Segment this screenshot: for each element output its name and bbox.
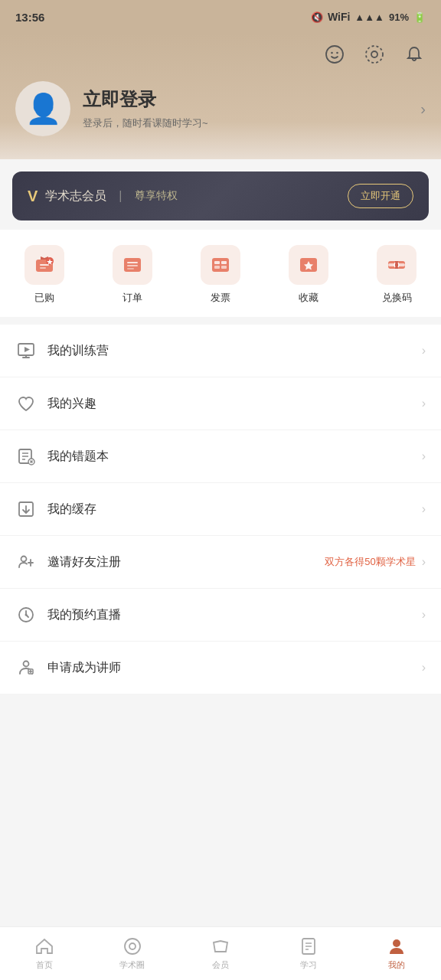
- menu-apply-arrow: ›: [422, 661, 426, 675]
- home-icon: [34, 936, 54, 956]
- svg-point-45: [24, 662, 29, 667]
- menu-cache[interactable]: 我的缓存 ›: [0, 483, 441, 536]
- action-favorites-label: 收藏: [299, 291, 318, 305]
- profile-info: 立即登录 登录后，随时看课随时学习~: [83, 87, 408, 130]
- nav-study[interactable]: 学习: [265, 927, 353, 980]
- nav-study-label: 学习: [300, 959, 317, 971]
- svg-point-37: [21, 557, 27, 562]
- svg-rect-15: [212, 258, 229, 272]
- nav-vip-label: 会员: [212, 959, 229, 971]
- invite-icon: [15, 551, 37, 573]
- header-icons: [15, 43, 426, 66]
- apply-icon: [15, 657, 37, 678]
- svg-rect-17: [221, 261, 227, 264]
- menu-interests[interactable]: 我的兴趣 ›: [0, 377, 441, 430]
- action-orders[interactable]: 订单: [88, 245, 176, 305]
- svg-marker-26: [24, 347, 30, 352]
- menu-training[interactable]: 我的训练营 ›: [0, 325, 441, 377]
- menu-mistakes-arrow: ›: [422, 449, 426, 463]
- action-purchased-label: 已购: [34, 291, 54, 305]
- svg-rect-19: [221, 266, 227, 269]
- menu-invite-extra: 双方各得50颗学术星: [325, 555, 415, 569]
- svg-point-3: [371, 51, 377, 57]
- nav-home-label: 首页: [36, 959, 53, 971]
- vip-activate-button[interactable]: 立即开通: [348, 184, 413, 208]
- signal-icon: ▲▲▲: [354, 11, 384, 23]
- svg-rect-8: [40, 267, 46, 269]
- menu-cache-label: 我的缓存: [47, 501, 422, 518]
- menu-apply[interactable]: 申请成为讲师 ›: [0, 642, 441, 694]
- smiley-icon[interactable]: [323, 43, 346, 66]
- bottom-nav: 首页 学术圈 会员 学习 我的: [0, 926, 441, 980]
- interests-icon: [15, 393, 37, 414]
- circle-icon: [122, 936, 142, 956]
- menu-interests-label: 我的兴趣: [47, 396, 422, 412]
- action-favorites[interactable]: 收藏: [265, 245, 353, 305]
- vip-nav-icon: [211, 936, 230, 956]
- action-invoice[interactable]: 发票: [176, 245, 264, 305]
- nav-mine-label: 我的: [388, 959, 405, 971]
- svg-point-2: [336, 52, 338, 54]
- nav-vip[interactable]: 会员: [176, 927, 264, 980]
- svg-rect-16: [214, 261, 220, 264]
- action-redeem-label: 兑换码: [382, 291, 412, 305]
- battery-icon: 🔋: [413, 11, 426, 23]
- menu-live-arrow: ›: [422, 608, 426, 622]
- menu-mistakes-label: 我的错题本: [47, 449, 422, 465]
- battery-level: 91%: [389, 11, 409, 23]
- nav-circle-label: 学术圈: [119, 959, 145, 971]
- menu-section: 我的训练营 › 我的兴趣 › 我的错题本 ›: [0, 325, 441, 694]
- training-icon: [15, 340, 37, 361]
- svg-rect-14: [127, 268, 134, 270]
- status-right: 🔇 WiFi ▲▲▲ 91% 🔋: [311, 11, 426, 23]
- action-invoice-label: 发票: [211, 291, 230, 305]
- avatar: 👤: [15, 81, 70, 136]
- action-orders-label: 订单: [122, 291, 142, 305]
- svg-point-55: [393, 939, 400, 947]
- wifi-icon: WiFi: [328, 11, 350, 23]
- nav-home[interactable]: 首页: [0, 927, 88, 980]
- menu-live[interactable]: 我的预约直播 ›: [0, 589, 441, 642]
- vip-logo: V: [28, 188, 38, 205]
- svg-rect-27: [22, 357, 30, 358]
- profile-subtitle: 登录后，随时看课随时学习~: [83, 116, 408, 130]
- svg-rect-7: [40, 264, 49, 266]
- menu-live-label: 我的预约直播: [47, 607, 422, 623]
- action-purchased[interactable]: 已购: [0, 245, 88, 305]
- header-section: 👤 立即登录 登录后，随时看课随时学习~ ›: [0, 34, 441, 159]
- svg-point-49: [125, 939, 140, 954]
- cache-icon: [15, 498, 37, 520]
- svg-rect-13: [127, 265, 138, 266]
- status-time: 13:56: [15, 11, 44, 24]
- menu-mistakes[interactable]: 我的错题本 ›: [0, 430, 441, 483]
- vip-banner: V 学术志会员 | 尊享特权 立即开通: [12, 172, 429, 220]
- menu-invite-label: 邀请好友注册: [47, 554, 325, 570]
- svg-rect-12: [127, 262, 138, 263]
- settings-icon[interactable]: [363, 43, 386, 66]
- mute-icon: 🔇: [311, 11, 323, 23]
- menu-cache-arrow: ›: [422, 502, 426, 516]
- svg-point-0: [326, 46, 343, 63]
- svg-rect-28: [25, 355, 27, 357]
- action-redeem[interactable]: 兑换码: [353, 245, 441, 305]
- mine-icon: [387, 936, 407, 956]
- menu-interests-arrow: ›: [422, 397, 426, 410]
- nav-mine[interactable]: 我的: [353, 927, 441, 980]
- svg-rect-18: [214, 266, 220, 269]
- study-icon: [299, 936, 318, 956]
- notification-icon[interactable]: [403, 43, 426, 66]
- svg-point-50: [129, 943, 136, 949]
- vip-title: 学术志会员: [45, 188, 106, 204]
- vip-subtitle: 尊享特权: [135, 189, 178, 203]
- profile-name: 立即登录: [83, 87, 408, 112]
- svg-point-44: [25, 614, 28, 616]
- live-icon: [15, 604, 37, 626]
- menu-training-label: 我的训练营: [47, 343, 422, 359]
- menu-invite[interactable]: 邀请好友注册 双方各得50颗学术星 ›: [0, 536, 441, 589]
- nav-circle[interactable]: 学术圈: [88, 927, 176, 980]
- menu-training-arrow: ›: [422, 344, 426, 358]
- menu-invite-arrow: ›: [422, 555, 426, 569]
- quick-actions: 已购 订单 发票: [0, 230, 441, 317]
- svg-point-4: [366, 46, 383, 63]
- profile-section[interactable]: 👤 立即登录 登录后，随时看课随时学习~ ›: [15, 81, 426, 136]
